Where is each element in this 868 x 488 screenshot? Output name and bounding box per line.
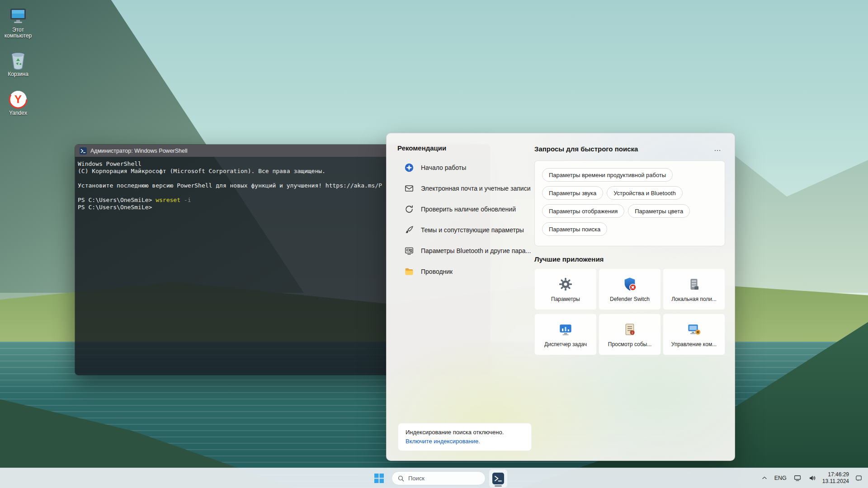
top-apps-grid: Параметры [534,268,725,355]
indexing-disabled-text: Индексирование поиска отключено. [406,428,524,436]
recycle-bin-icon [10,51,26,70]
svg-text:Y: Y [14,93,22,105]
quick-search-pill[interactable]: Параметры цвета [628,204,690,218]
language-indicator[interactable]: ENG [774,474,788,482]
enable-indexing-link[interactable]: Включите индексирование. [406,437,524,446]
volume-icon[interactable] [807,473,817,483]
search-placeholder: Поиск [408,475,425,482]
more-options-button[interactable]: … [710,145,725,153]
clock-time: 17:46:29 [822,471,849,478]
quick-search-pill[interactable]: Параметры отображения [542,204,624,218]
file-explorer-icon [404,266,415,277]
recommendation-get-started[interactable]: Начало работы [397,157,527,178]
desktop: Этот компьютер Корзина Y [0,0,868,488]
recommendation-bluetooth-settings[interactable]: Параметры Bluetooth и другие пара... [397,240,527,261]
task-manager-icon [558,321,573,338]
recommendation-file-explorer[interactable]: Проводник [397,261,527,282]
desktop-icon-recycle-bin[interactable]: Корзина [1,51,35,77]
app-tile-task-manager[interactable]: Диспетчер задач [534,314,597,355]
recommendation-themes[interactable]: Темы и сопутствующие параметры [397,220,527,240]
search-indexing-notice: Индексирование поиска отключено. Включит… [398,423,532,451]
themes-icon [404,225,415,235]
network-icon[interactable] [793,473,802,483]
recommendations-list: Начало работы Электронная почта и учетны… [397,157,527,282]
quick-search-pill[interactable]: Параметры времени продуктивной работы [542,168,673,182]
clock-date: 13.11.2024 [822,478,849,485]
desktop-icon-label: Yandex [9,110,27,116]
recommendation-email-accounts[interactable]: Электронная почта и учетные записи [397,178,527,199]
desktop-icon-label: Этот компьютер [1,27,35,39]
this-pc-icon [9,6,28,26]
quick-searches-title: Запросы для быстрого поиска [534,145,638,153]
app-tile-computer-management[interactable]: Управление ком... [663,314,725,355]
yandex-icon: Y [9,89,28,109]
search-icon [397,475,405,482]
computer-management-icon [686,321,702,338]
local-policy-icon [687,276,701,292]
email-icon [404,183,415,194]
bluetooth-settings-icon [404,245,415,256]
active-app-indicator [495,485,502,487]
app-tile-settings[interactable]: Параметры [534,268,597,310]
quick-search-pill[interactable]: Параметры звука [542,186,603,200]
app-tile-defender-switch[interactable]: Defender Switch [599,268,661,310]
search-flyout: Рекомендации Начало работы [386,133,735,461]
powershell-icon [80,147,87,155]
quick-search-pill[interactable]: Параметры поиска [542,222,607,236]
desktop-icon-label: Корзина [8,71,28,77]
quick-searches-card: Параметры времени продуктивной работы Па… [534,160,725,246]
tray-chevron-up-icon[interactable] [760,474,769,482]
desktop-icon-yandex[interactable]: Y Yandex [1,89,35,116]
windows-logo-icon [374,474,384,483]
defender-shield-icon [622,276,637,292]
app-tile-local-policy[interactable]: Локальная поли... [663,268,725,310]
taskbar-powershell-button[interactable] [489,469,507,488]
settings-gear-icon [558,276,573,292]
notification-center-icon[interactable] [854,474,863,483]
clock[interactable]: 17:46:29 13.11.2024 [822,471,849,485]
taskbar: Поиск ENG [0,468,868,488]
event-viewer-icon: i [623,321,637,338]
powershell-taskbar-icon [492,473,504,484]
window-title: Администратор: Windows PowerShell [90,148,188,154]
top-apps-title: Лучшие приложения [534,255,725,263]
get-started-icon [404,162,415,173]
quick-search-pill[interactable]: Устройства и Bluetooth [607,186,682,200]
start-button[interactable] [370,469,388,488]
updates-icon [404,204,415,215]
taskbar-search-box[interactable]: Поиск [392,471,486,485]
recommendations-title: Рекомендации [397,144,527,152]
recommendation-check-updates[interactable]: Проверить наличие обновлений [397,199,527,220]
desktop-icon-this-pc[interactable]: Этот компьютер [1,6,35,39]
app-tile-event-viewer[interactable]: i Просмотр собы... [599,314,661,355]
